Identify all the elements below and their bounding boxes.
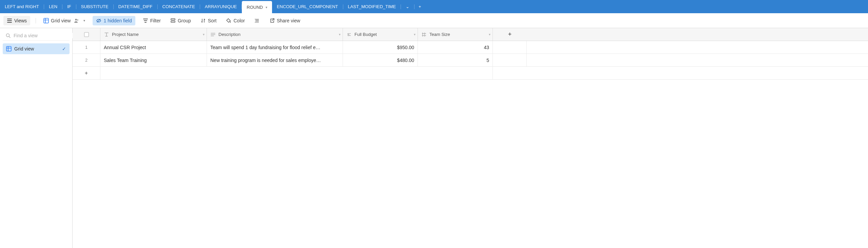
color-button[interactable]: Color [224, 17, 247, 25]
cell-empty[interactable] [493, 54, 527, 66]
chevron-down-icon[interactable]: ▾ [414, 33, 416, 36]
cell-team-size[interactable]: 5 [418, 54, 493, 66]
check-icon: ✓ [62, 46, 66, 51]
group-label: Group [178, 18, 191, 23]
sort-icon [200, 18, 206, 23]
chevron-down-icon[interactable]: ▾ [489, 33, 490, 36]
cell-team-size[interactable]: 43 [418, 41, 493, 54]
color-label: Color [233, 18, 245, 23]
tab-concatenate[interactable]: CONCATENATE [158, 0, 200, 13]
chevron-down-icon: ⌄ [406, 4, 409, 9]
sort-button[interactable]: Sort [198, 17, 219, 25]
row-height-button[interactable] [252, 17, 262, 25]
tab-arrayunique[interactable]: ARRAYUNIQUE [200, 0, 242, 13]
add-table-button[interactable]: + [414, 4, 425, 9]
grid-icon [43, 18, 49, 23]
hidden-fields-label: 1 hidden field [103, 18, 132, 23]
share-icon [269, 18, 275, 23]
share-view-label: Share view [277, 18, 300, 23]
tab-left-and-right[interactable]: LEFT and RIGHT [0, 0, 44, 13]
grid-view-label: Grid view [51, 18, 71, 23]
select-all-cell[interactable] [73, 28, 100, 41]
cell-empty[interactable] [493, 41, 527, 54]
tab-if[interactable]: IF [62, 0, 76, 13]
sidebar-view-grid-view[interactable]: Grid view ✓ [3, 43, 70, 54]
column-header-description[interactable]: Description ▾ [207, 28, 343, 41]
table-row[interactable]: 1 Annual CSR Project Team will spend 1 d… [73, 41, 868, 54]
column-label: Project Name [112, 32, 139, 37]
table-tab-bar: LEFT and RIGHT LEN IF SUBSTITUTE DATETIM… [0, 0, 868, 13]
data-grid: Project Name ▾ Description ▾ $ Full Budg… [73, 28, 868, 248]
view-search-input[interactable] [14, 33, 73, 38]
grid-header-row: Project Name ▾ Description ▾ $ Full Budg… [73, 28, 868, 41]
sidebar-view-label: Grid view [14, 46, 34, 51]
add-row-button[interactable]: + [73, 67, 100, 79]
chevron-down-icon[interactable]: ▾ [266, 5, 267, 9]
add-row-rest[interactable] [100, 67, 493, 79]
cell-description[interactable]: New training program is needed for sales… [207, 54, 343, 66]
tab-encode-url-component[interactable]: ENCODE_URL_COMPONENT [272, 0, 343, 13]
filter-button[interactable]: Filter [141, 17, 163, 25]
share-view-button[interactable]: Share view [267, 17, 302, 25]
tab-substitute[interactable]: SUBSTITUTE [76, 0, 113, 13]
svg-rect-8 [6, 46, 11, 51]
chevron-down-icon[interactable]: ▾ [339, 33, 341, 36]
column-header-project-name[interactable]: Project Name ▾ [100, 28, 207, 41]
collaborators-icon[interactable] [74, 18, 79, 23]
cell-full-budget[interactable]: $480.00 [343, 54, 418, 66]
tab-round[interactable]: ROUND▾ [242, 1, 272, 13]
search-icon [5, 33, 11, 38]
column-label: Full Budget [354, 32, 377, 37]
svg-point-2 [77, 19, 78, 21]
chevron-down-icon[interactable]: ▾ [203, 33, 205, 36]
cell-full-budget[interactable]: $950.00 [343, 41, 418, 54]
row-number[interactable]: 2 [73, 54, 100, 66]
eye-off-icon [96, 18, 101, 23]
filter-icon [143, 18, 148, 23]
grid-view-switcher[interactable]: Grid view ▾ [41, 17, 87, 25]
column-header-full-budget[interactable]: $ Full Budget ▾ [343, 28, 418, 41]
svg-text:$: $ [347, 33, 349, 37]
view-search[interactable] [3, 31, 70, 41]
views-sidebar: Grid view ✓ [0, 28, 73, 248]
view-toolbar: Views Grid view ▾ 1 hidden field Filter … [0, 13, 868, 28]
filter-label: Filter [150, 18, 161, 23]
tab-last-modified-time[interactable]: LAST_MODIFIED_TIME [343, 0, 401, 13]
tab-overflow-button[interactable]: ⌄ [401, 0, 414, 13]
svg-rect-4 [171, 19, 175, 20]
column-label: Team Size [429, 32, 450, 37]
add-column-button[interactable]: + [493, 28, 527, 41]
svg-rect-5 [171, 21, 175, 22]
cell-project-name[interactable]: Sales Team Training [100, 54, 207, 66]
grid-icon [6, 46, 12, 51]
svg-point-7 [6, 34, 9, 37]
currency-field-icon: $ [346, 32, 352, 37]
add-row[interactable]: + [73, 67, 868, 80]
hamburger-icon [7, 18, 12, 23]
column-label: Description [218, 32, 240, 37]
text-field-icon [104, 32, 109, 37]
chevron-down-icon[interactable]: ▾ [83, 19, 85, 22]
tab-len[interactable]: LEN [44, 0, 62, 13]
longtext-field-icon [210, 32, 216, 37]
row-height-icon [254, 18, 260, 23]
views-label: Views [14, 18, 27, 23]
cell-project-name[interactable]: Annual CSR Project [100, 41, 207, 54]
select-all-checkbox[interactable] [84, 32, 89, 37]
group-icon [170, 18, 176, 23]
group-button[interactable]: Group [168, 17, 193, 25]
svg-point-6 [230, 21, 231, 22]
number-field-icon [421, 32, 427, 37]
sort-label: Sort [208, 18, 217, 23]
views-button[interactable]: Views [3, 16, 30, 25]
main-area: Grid view ✓ Project Name ▾ Description ▾… [0, 28, 868, 248]
tab-datetime-diff[interactable]: DATETIME_DIFF [114, 0, 157, 13]
table-row[interactable]: 2 Sales Team Training New training progr… [73, 54, 868, 67]
svg-point-1 [75, 19, 77, 20]
paint-bucket-icon [226, 18, 231, 23]
hidden-fields-button[interactable]: 1 hidden field [93, 16, 135, 25]
cell-description[interactable]: Team will spend 1 day fundraising for fl… [207, 41, 343, 54]
column-header-team-size[interactable]: Team Size ▾ [418, 28, 493, 41]
row-number[interactable]: 1 [73, 41, 100, 54]
svg-rect-0 [44, 18, 49, 23]
